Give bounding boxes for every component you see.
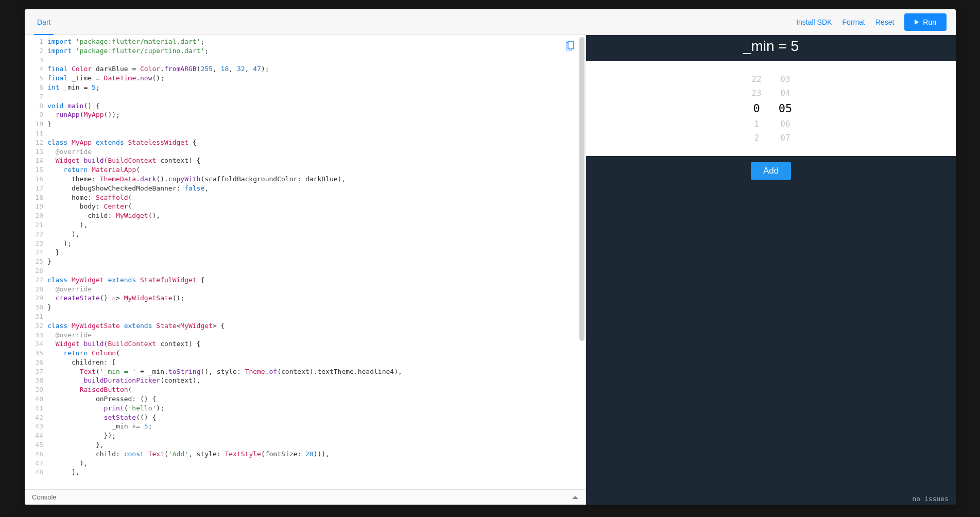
editor-scrollbar[interactable] [579, 37, 584, 341]
install-sdk-link[interactable]: Install SDK [796, 18, 832, 26]
picker-value[interactable]: 23 [749, 88, 764, 98]
issues-status: no issues [913, 495, 949, 503]
add-area: Add [586, 156, 956, 186]
picker-value[interactable]: 22 [749, 74, 764, 84]
run-label: Run [923, 18, 936, 26]
run-button[interactable]: Run [904, 13, 947, 31]
status-bar: no issues [586, 492, 956, 505]
picker-value[interactable]: 0 [749, 102, 764, 115]
format-link[interactable]: Format [842, 18, 865, 26]
preview-fill [586, 186, 956, 492]
minutes-column[interactable]: 0304050607 [778, 74, 793, 143]
picker-value[interactable]: 05 [778, 102, 793, 115]
header-actions: Install SDK Format Reset Run [796, 13, 947, 31]
picker-value[interactable]: 1 [749, 119, 764, 129]
app-title: _min = 5 [586, 35, 956, 61]
play-icon [915, 20, 919, 25]
picker-value[interactable]: 03 [778, 74, 793, 84]
hours-column[interactable]: 2223012 [749, 74, 764, 143]
picker-value[interactable]: 06 [778, 119, 793, 129]
reset-link[interactable]: Reset [875, 18, 895, 26]
copy-icon[interactable] [566, 41, 574, 52]
console-bar[interactable]: Console [25, 489, 586, 505]
dartpad-modal: Dart Install SDK Format Reset Run 123456… [25, 9, 956, 505]
chevron-up-icon[interactable] [572, 496, 578, 499]
console-label: Console [32, 493, 57, 501]
editor-pane: 1234567891011121314151617181920212223242… [25, 35, 586, 505]
body: 1234567891011121314151617181920212223242… [25, 35, 956, 505]
picker-value[interactable]: 04 [778, 88, 793, 98]
svg-rect-1 [568, 41, 574, 49]
header-bar: Dart Install SDK Format Reset Run [25, 9, 956, 35]
preview-pane: _min = 5 2223012 0304050607 Add no issue… [586, 35, 956, 505]
picker-value[interactable]: 2 [749, 133, 764, 143]
code-editor[interactable]: 1234567891011121314151617181920212223242… [25, 35, 586, 489]
picker-value[interactable]: 07 [778, 133, 793, 143]
line-gutter: 1234567891011121314151617181920212223242… [25, 37, 47, 477]
duration-picker[interactable]: 2223012 0304050607 [586, 61, 956, 156]
add-button[interactable]: Add [751, 162, 791, 180]
code-content[interactable]: import 'package:flutter/material.dart';i… [47, 37, 586, 477]
tab-dart[interactable]: Dart [34, 9, 54, 35]
